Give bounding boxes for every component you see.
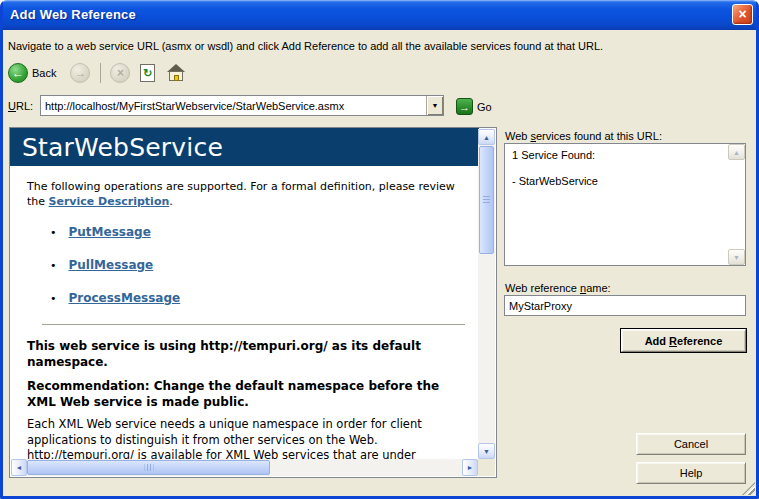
help-button[interactable]: Help	[636, 462, 746, 484]
services-found-label: Web services found at this URL:	[505, 130, 662, 142]
forward-icon: →	[74, 66, 86, 80]
browser-pane: StarWebService The following operations …	[9, 127, 497, 478]
cancel-button[interactable]: Cancel	[636, 433, 746, 455]
go-icon: →	[456, 98, 473, 115]
url-label: URL:	[8, 100, 33, 112]
list-item: •ProcessMessage	[50, 291, 479, 306]
intro-paragraph: The following operations are supported. …	[27, 179, 461, 209]
stop-button[interactable]: ×	[110, 63, 130, 83]
reference-name-input[interactable]	[505, 297, 745, 316]
refresh-button[interactable]: ↻	[140, 64, 155, 82]
thumb-grip-icon	[144, 464, 153, 471]
listbox-scroll-down-button[interactable]: ▼	[728, 249, 745, 265]
link-processmessage[interactable]: ProcessMessage	[69, 291, 181, 305]
scroll-down-button[interactable]: ▼	[478, 443, 495, 459]
title-bar[interactable]: Add Web Reference ×	[0, 0, 759, 30]
scrollbar-corner	[478, 459, 495, 476]
scroll-down-icon: ▼	[733, 254, 740, 261]
navigation-toolbar: ← Back → × ↻	[8, 60, 186, 86]
close-icon: ×	[738, 6, 746, 22]
reference-name-field-wrap	[504, 295, 746, 316]
service-list-item[interactable]: - StarWebService	[512, 175, 598, 187]
operations-list: •PutMessage •PullMessage •ProcessMessage	[10, 225, 479, 306]
bullet-icon: •	[50, 226, 57, 239]
thumb-grip-icon	[483, 196, 490, 205]
link-putmessage[interactable]: PutMessage	[69, 225, 151, 239]
bullet-icon: •	[50, 292, 57, 305]
list-item: •PullMessage	[50, 258, 479, 273]
divider	[42, 324, 465, 326]
namespace-paragraph: Each XML Web service needs a unique name…	[27, 417, 469, 460]
chevron-down-icon: ▼	[432, 102, 439, 109]
refresh-icon: ↻	[143, 67, 152, 80]
services-found-count: 1 Service Found:	[512, 149, 595, 161]
link-pullmessage[interactable]: PullMessage	[69, 258, 154, 272]
reference-name-label: Web reference name:	[505, 282, 611, 294]
window-title: Add Web Reference	[10, 7, 136, 22]
back-icon: ←	[8, 63, 28, 83]
services-listbox[interactable]: 1 Service Found: - StarWebService ▲ ▼	[504, 143, 746, 266]
scroll-up-icon: ▲	[733, 149, 740, 156]
bullet-icon: •	[50, 259, 57, 272]
scroll-up-icon: ▲	[483, 134, 490, 141]
horizontal-scroll-thumb[interactable]	[27, 460, 270, 475]
scroll-up-button[interactable]: ▲	[478, 129, 495, 145]
forward-button[interactable]: →	[70, 63, 90, 83]
service-title: StarWebService	[10, 128, 479, 166]
vertical-scroll-thumb[interactable]	[479, 146, 494, 254]
scroll-down-icon: ▼	[483, 448, 490, 455]
stop-icon: ×	[117, 66, 124, 80]
list-item: •PutMessage	[50, 225, 479, 240]
back-label: Back	[32, 67, 56, 79]
scroll-left-button[interactable]: ◄	[11, 459, 27, 476]
instruction-text: Navigate to a web service URL (asmx or w…	[8, 40, 603, 52]
namespace-statement: This web service is using http://tempuri…	[27, 338, 463, 370]
service-help-page: StarWebService The following operations …	[10, 128, 479, 460]
scroll-right-icon: ►	[467, 464, 474, 471]
toolbar-separator	[100, 63, 101, 83]
vertical-scrollbar: ▲ ▼	[478, 129, 495, 459]
scroll-right-button[interactable]: ►	[462, 459, 478, 476]
service-description-link[interactable]: Service Description	[49, 195, 170, 208]
listbox-scroll-up-button[interactable]: ▲	[728, 144, 745, 160]
scroll-left-icon: ◄	[16, 464, 23, 471]
go-label: Go	[477, 101, 492, 113]
back-button[interactable]: ← Back	[8, 63, 56, 83]
url-dropdown-button[interactable]: ▼	[426, 96, 443, 115]
namespace-recommendation: Recommendation: Change the default names…	[27, 378, 463, 410]
add-web-reference-dialog: Add Web Reference × Navigate to a web se…	[0, 0, 759, 499]
url-combobox: ▼	[40, 95, 444, 116]
close-button[interactable]: ×	[732, 4, 753, 25]
horizontal-scrollbar: ◄ ►	[11, 459, 478, 476]
add-reference-button[interactable]: Add Reference	[621, 329, 746, 352]
go-button[interactable]: → Go	[456, 98, 492, 115]
home-button[interactable]	[167, 64, 186, 82]
url-input[interactable]	[41, 96, 425, 115]
